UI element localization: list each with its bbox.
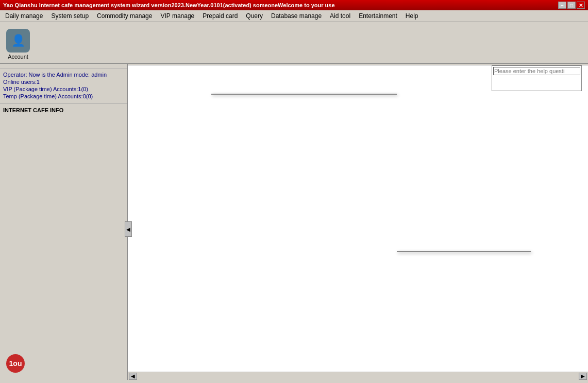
context-menu xyxy=(211,94,397,95)
online-users: Online users:1 xyxy=(3,79,124,85)
menu-item-commodity-manage[interactable]: Commodity manage xyxy=(94,11,155,21)
stats-row xyxy=(0,64,127,68)
titlebar-controls: − □ ✕ xyxy=(558,2,585,9)
titlebar: Yao Qianshu Internet cafe management sys… xyxy=(0,0,588,10)
help-input[interactable] xyxy=(493,67,580,75)
menu-item-vip-manage[interactable]: VIP manage xyxy=(157,11,197,21)
titlebar-title: Yao Qianshu Internet cafe management sys… xyxy=(3,2,335,8)
content-area: ◀ ▶ xyxy=(128,64,588,380)
menu-item-system-setup[interactable]: System setup xyxy=(48,11,92,21)
horizontal-scrollbar[interactable]: ◀ ▶ xyxy=(128,372,588,380)
cafe-info: INTERNET CAFE INFO xyxy=(0,104,127,116)
menu-item-help[interactable]: Help xyxy=(402,11,422,21)
menu-item-database-manage[interactable]: Database manage xyxy=(268,11,325,21)
operator-info: Operator: Now is the Admin mode: admin xyxy=(3,72,124,78)
menu-item-query[interactable]: Query xyxy=(243,11,266,21)
main-area: Operator: Now is the Admin mode: admin O… xyxy=(0,64,588,380)
close-button[interactable]: ✕ xyxy=(577,2,585,9)
menubar: Daily manageSystem setupCommodity manage… xyxy=(0,10,588,22)
scroll-right-button[interactable]: ▶ xyxy=(579,373,587,380)
toolbar: 👤Account xyxy=(0,22,588,64)
info-panel: Operator: Now is the Admin mode: admin O… xyxy=(0,68,127,104)
account-button[interactable]: 👤Account xyxy=(2,24,34,61)
sidebar: Operator: Now is the Admin mode: admin O… xyxy=(0,64,128,380)
table-container[interactable] xyxy=(128,65,588,372)
menu-item-aid-tool[interactable]: Aid tool xyxy=(327,11,354,21)
help-box xyxy=(492,65,582,91)
minimize-button[interactable]: − xyxy=(558,2,566,9)
scroll-left-button[interactable]: ◀ xyxy=(129,373,137,380)
temp-accounts: Temp (Package time) Accounts:0(0) xyxy=(3,93,124,99)
user-avatar: 1ou xyxy=(6,354,25,373)
sub-menu xyxy=(397,251,531,252)
maximize-button[interactable]: □ xyxy=(567,2,576,9)
menu-item-daily-manage[interactable]: Daily manage xyxy=(2,11,46,21)
menu-item-prepaid-card[interactable]: Prepaid card xyxy=(199,11,241,21)
collapse-sidebar-button[interactable]: ◀ xyxy=(125,221,132,237)
menu-item-entertainment[interactable]: Entertainment xyxy=(356,11,400,21)
vip-accounts: VIP (Package time) Accounts:1(0) xyxy=(3,86,124,92)
